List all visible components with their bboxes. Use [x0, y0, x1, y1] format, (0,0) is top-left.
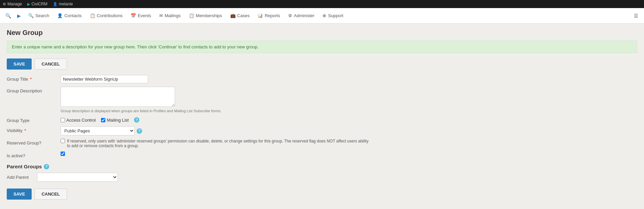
civicrm-icon: ▶: [27, 2, 30, 6]
is-active-checkbox[interactable]: [61, 152, 65, 156]
mailing-list-checkbox-label[interactable]: Mailing List: [107, 118, 129, 123]
access-control-checkbox-item: Access Control: [61, 118, 96, 123]
cases-icon: 💼: [230, 13, 236, 18]
group-title-row: Group Title *: [7, 75, 637, 83]
support-icon: ⊕: [323, 13, 326, 18]
contacts-icon: 👤: [57, 13, 63, 18]
bottom-btn-row: SAVE CANCEL: [7, 189, 637, 200]
reserved-checkbox-wrap: If reserved, only users with 'administer…: [61, 139, 637, 148]
visibility-wrap: Public Pages User and User Admin Only ?: [61, 126, 637, 135]
group-title-wrap: [61, 75, 637, 83]
nav-support[interactable]: ⊕ Support: [318, 8, 347, 24]
page-content: New Group Enter a unique name and a desc…: [0, 24, 644, 209]
visibility-required-star: *: [24, 128, 26, 133]
access-control-checkbox[interactable]: [61, 118, 65, 122]
visibility-select-wrap: Public Pages User and User Admin Only ?: [61, 126, 637, 135]
memberships-icon: 📋: [189, 13, 194, 18]
add-parent-row: Add Parent: [7, 173, 637, 182]
cancel-button-top[interactable]: CANCEL: [34, 58, 67, 70]
contributions-icon: 📋: [90, 13, 95, 18]
nav-reports[interactable]: 📊 Reports: [253, 8, 284, 24]
add-parent-select[interactable]: [37, 173, 118, 182]
visibility-help-icon[interactable]: ?: [137, 128, 142, 134]
manage-icon: ⚙: [3, 2, 6, 6]
manage-link[interactable]: ⚙ Manage: [3, 2, 22, 6]
nav-contacts[interactable]: 👤 Contacts: [53, 8, 86, 24]
civicrm-logo-btn[interactable]: ▶: [13, 8, 24, 24]
mailing-list-checkbox-item: Mailing List: [101, 118, 129, 123]
user-icon: 👤: [53, 2, 58, 6]
reserved-hint-text: If reserved, only users with 'administer…: [67, 139, 370, 148]
reserved-group-checkbox[interactable]: [61, 139, 65, 143]
is-active-checkbox-wrap: [61, 152, 637, 156]
save-button-bottom[interactable]: SAVE: [7, 189, 32, 200]
reserved-group-label: Reserved Group?: [7, 139, 61, 145]
page-title: New Group: [7, 29, 637, 37]
parent-groups-help-icon[interactable]: ?: [44, 164, 49, 169]
save-button-top[interactable]: SAVE: [7, 58, 32, 70]
group-description-input[interactable]: [61, 87, 175, 107]
user-link[interactable]: 👤 melanie: [53, 2, 73, 6]
nav-contributions[interactable]: 📋 Contributions: [86, 8, 127, 24]
visibility-select[interactable]: Public Pages User and User Admin Only: [61, 126, 135, 135]
required-star: *: [30, 77, 32, 82]
group-type-label: Group Type: [7, 116, 61, 123]
group-type-help-icon[interactable]: ?: [134, 117, 139, 123]
reports-icon: 📊: [258, 13, 263, 18]
civicrm-link[interactable]: ▶ CiviCRM: [27, 2, 47, 6]
group-title-label: Group Title *: [7, 75, 61, 82]
parent-groups-section: Parent Groups ? Add Parent: [7, 164, 637, 182]
group-type-row: Group Type Access Control Mailing List ?: [7, 116, 637, 123]
group-description-wrap: Group description is displayed when grou…: [61, 87, 637, 113]
group-description-row: Group Description Group description is d…: [7, 87, 637, 113]
is-active-row: Is active?: [7, 152, 637, 158]
nav-right-icon[interactable]: ☰: [631, 8, 641, 24]
top-bar: ⚙ Manage ▶ CiviCRM 👤 melanie: [0, 0, 644, 8]
add-parent-label: Add Parent: [7, 175, 34, 180]
reserved-group-row: Reserved Group? If reserved, only users …: [7, 139, 637, 148]
cancel-button-bottom[interactable]: CANCEL: [34, 189, 67, 200]
nav-mailings[interactable]: ✉ Mailings: [155, 8, 185, 24]
nav-memberships[interactable]: 📋 Memberships: [185, 8, 226, 24]
group-description-label: Group Description: [7, 87, 61, 93]
administer-icon: ⚙: [288, 13, 292, 18]
form-area: Group Title * Group Description Group de…: [7, 75, 637, 158]
checkbox-group: Access Control Mailing List ?: [61, 116, 637, 123]
nav-search[interactable]: 🔍 Search: [24, 8, 53, 24]
nav-events[interactable]: 📅 Events: [127, 8, 155, 24]
access-control-checkbox-label[interactable]: Access Control: [66, 118, 96, 123]
nav-administer[interactable]: ⚙ Administer: [284, 8, 318, 24]
mailing-list-checkbox[interactable]: [101, 118, 105, 122]
description-hint: Group description is displayed when grou…: [61, 109, 637, 113]
group-type-wrap: Access Control Mailing List ?: [61, 116, 637, 123]
search-icon: 🔍: [28, 13, 34, 18]
is-active-wrap: [61, 152, 637, 156]
visibility-label: Visibility *: [7, 126, 61, 133]
visibility-row: Visibility * Public Pages User and User …: [7, 126, 637, 135]
mailings-icon: ✉: [159, 13, 163, 18]
events-icon: 📅: [131, 13, 136, 18]
nav-cases[interactable]: 💼 Cases: [226, 8, 254, 24]
nav-bar: 🔍 ▶ 🔍 Search 👤 Contacts 📋 Contributions …: [0, 8, 644, 24]
parent-groups-title: Parent Groups ?: [7, 164, 637, 169]
group-title-input[interactable]: [61, 75, 148, 83]
top-btn-row: SAVE CANCEL: [7, 58, 637, 70]
search-icon-btn[interactable]: 🔍: [3, 8, 13, 24]
is-active-label: Is active?: [7, 152, 61, 158]
reserved-group-wrap: If reserved, only users with 'administer…: [61, 139, 637, 148]
info-banner: Enter a unique name and a description fo…: [7, 41, 637, 53]
